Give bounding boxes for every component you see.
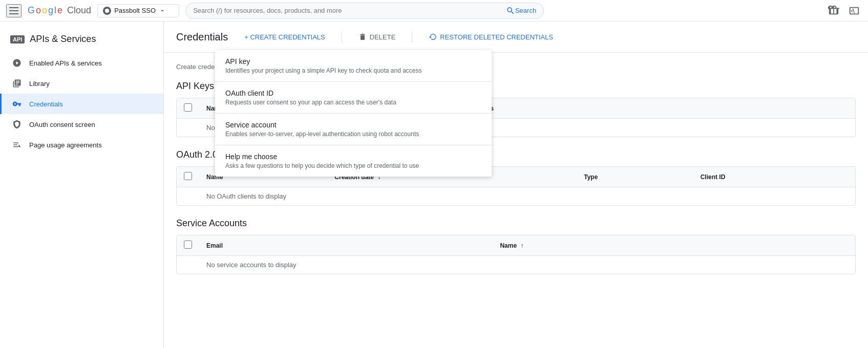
dropdown-service-account[interactable]: Service account Enables server-to-server… xyxy=(215,114,492,145)
key-icon xyxy=(12,99,22,109)
api-keys-select-all-checkbox[interactable] xyxy=(184,103,192,112)
dropdown-help-choose-desc: Asks a few questions to help you decide … xyxy=(225,162,481,169)
service-accounts-no-data-cell: No service accounts to display xyxy=(199,256,855,274)
oauth-no-data-cell: No OAuth clients to display xyxy=(199,187,855,206)
main-content: Credentials + CREATE CREDENTIALS DELETE … xyxy=(164,21,868,348)
dropdown-help-me-choose[interactable]: Help me choose Asks a few questions to h… xyxy=(215,145,492,177)
sidebar-item-oauth-consent-label: OAuth consent screen xyxy=(29,121,95,128)
dropdown-api-key-desc: Identifies your project using a simple A… xyxy=(225,67,481,74)
library-icon xyxy=(12,78,22,89)
oauth-checkbox-header xyxy=(177,167,199,187)
oauth-no-data-row: No OAuth clients to display xyxy=(177,187,855,206)
service-accounts-no-data-row: No service accounts to display xyxy=(177,256,855,274)
service-accounts-no-data-checkbox-cell xyxy=(177,256,199,274)
sidebar: API APIs & Services Enabled APIs & servi… xyxy=(0,21,164,348)
project-icon xyxy=(103,7,111,15)
nav-icons xyxy=(826,3,862,18)
service-accounts-name-header: Name ↑ xyxy=(493,235,855,256)
sidebar-item-library-label: Library xyxy=(29,80,50,88)
search-button[interactable]: Search xyxy=(515,7,536,14)
header-divider-2 xyxy=(412,32,412,42)
api-keys-restrictions-header: Restrictions xyxy=(451,98,855,119)
restore-credentials-button[interactable]: RESTORE DELETED CREDENTIALS xyxy=(422,30,559,44)
oauth-no-data-checkbox-cell xyxy=(177,187,199,206)
service-accounts-table: Email Name ↑ No service accounts to disp… xyxy=(177,235,855,274)
agreements-icon xyxy=(12,140,22,150)
dropdown-oauth-client-title: OAuth client ID xyxy=(225,89,481,97)
sidebar-item-enabled-apis[interactable]: Enabled APIs & services xyxy=(0,53,163,73)
service-accounts-section-title: Service Accounts xyxy=(176,218,856,229)
sort-up-icon: ↑ xyxy=(520,242,523,249)
dropdown-oauth-client[interactable]: OAuth client ID Requests user consent so… xyxy=(215,82,492,113)
svg-point-0 xyxy=(105,9,109,13)
api-badge: API xyxy=(10,35,25,44)
trash-icon xyxy=(358,33,367,41)
api-keys-no-data-checkbox-cell xyxy=(177,119,199,137)
chevron-down-icon xyxy=(159,7,166,14)
google-cloud-logo[interactable]: Google Cloud xyxy=(28,5,91,16)
dropdown-service-account-desc: Enables server-to-server, app-level auth… xyxy=(225,130,481,138)
sidebar-item-oauth-consent[interactable]: OAuth consent screen xyxy=(0,114,163,135)
sidebar-item-page-usage[interactable]: Page usage agreements xyxy=(0,135,163,155)
delete-button[interactable]: DELETE xyxy=(352,30,402,44)
sidebar-item-credentials[interactable]: Credentials xyxy=(0,94,163,114)
create-credentials-dropdown: API key Identifies your project using a … xyxy=(215,50,492,177)
dropdown-service-account-title: Service account xyxy=(225,121,481,129)
project-name: Passbolt SSO xyxy=(114,7,156,14)
sidebar-item-page-usage-label: Page usage agreements xyxy=(29,141,102,149)
service-accounts-select-all-checkbox[interactable] xyxy=(184,241,192,249)
oauth-client-id-header: Client ID xyxy=(693,167,855,187)
oauth-type-header: Type xyxy=(577,167,693,187)
dropdown-api-key-title: API key xyxy=(225,57,481,66)
service-accounts-table-wrap: Email Name ↑ No service accounts to disp… xyxy=(176,235,856,274)
sidebar-item-library[interactable]: Library xyxy=(0,73,163,94)
dropdown-oauth-client-desc: Requests user consent so your app can ac… xyxy=(225,99,481,106)
sidebar-item-enabled-apis-label: Enabled APIs & services xyxy=(29,59,102,67)
sidebar-header: API APIs & Services xyxy=(0,30,163,53)
api-keys-checkbox-header xyxy=(177,98,199,119)
search-bar[interactable]: Search xyxy=(185,3,544,19)
service-accounts-checkbox-header xyxy=(177,235,199,256)
page-title: Credentials xyxy=(176,31,228,43)
service-accounts-email-header: Email xyxy=(199,235,493,256)
sidebar-title: APIs & Services xyxy=(30,34,96,45)
search-input[interactable] xyxy=(193,7,506,14)
dropdown-help-choose-title: Help me choose xyxy=(225,153,481,161)
gift-icon-button[interactable] xyxy=(826,3,841,18)
dropdown-api-key[interactable]: API key Identifies your project using a … xyxy=(215,50,492,81)
project-selector[interactable]: Passbolt SSO xyxy=(97,4,179,17)
terminal-icon-button[interactable] xyxy=(846,3,862,18)
settings-icon xyxy=(12,58,22,68)
main-layout: API APIs & Services Enabled APIs & servi… xyxy=(0,21,868,348)
page-header: Credentials + CREATE CREDENTIALS DELETE … xyxy=(164,21,868,53)
sidebar-item-credentials-label: Credentials xyxy=(29,100,63,108)
oauth-icon xyxy=(12,119,22,129)
create-credentials-button[interactable]: + CREATE CREDENTIALS xyxy=(238,30,331,44)
header-divider-1 xyxy=(342,32,342,42)
restore-icon xyxy=(429,33,437,41)
oauth-select-all-checkbox[interactable] xyxy=(184,172,192,180)
search-icon xyxy=(506,6,515,15)
menu-button[interactable] xyxy=(6,4,22,17)
top-navigation: Google Cloud Passbolt SSO Search xyxy=(0,0,868,21)
